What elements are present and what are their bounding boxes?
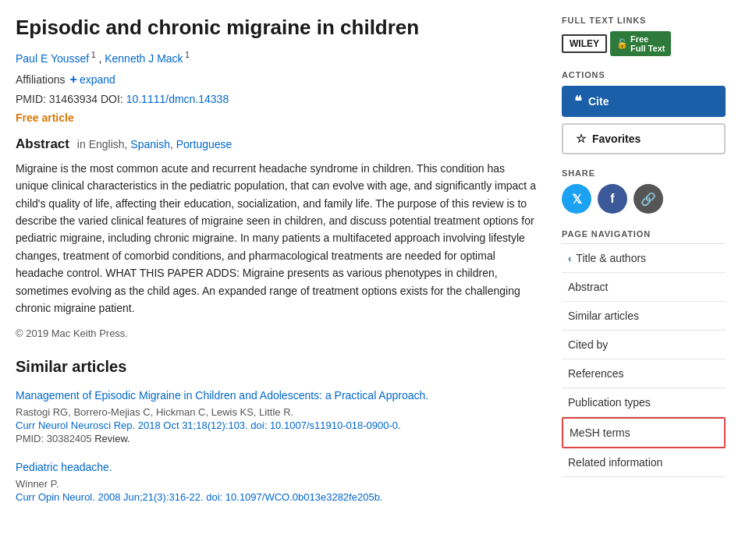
nav-related-information-label: Related information [568, 456, 662, 469]
nav-mesh-terms[interactable]: MeSH terms [562, 417, 726, 448]
favorites-button[interactable]: ☆ Favorites [562, 123, 726, 154]
main-content: Episodic and chronic migraine in childre… [16, 16, 562, 519]
similar-article-2-journal: Curr Opin Neurol. 2008 Jun;21(3):316-22.… [16, 491, 538, 503]
expand-label: expand [80, 73, 115, 86]
abstract-header: Abstract in English, Spanish, Portuguese [16, 136, 538, 152]
nav-similar-articles[interactable]: Similar articles [562, 302, 726, 331]
similar-article-1-authors: Rastogi RG, Borrero-Mejias C, Hickman C,… [16, 406, 538, 418]
nav-publication-types[interactable]: Publication types [562, 388, 726, 417]
abstract-section: Abstract in English, Spanish, Portuguese… [16, 136, 538, 340]
actions-section: ACTIONS ❝ Cite ☆ Favorites [562, 70, 726, 154]
twitter-icon: 𝕏 [572, 192, 582, 207]
nav-cited-by-label: Cited by [568, 338, 608, 351]
share-buttons: 𝕏 f 🔗 [562, 184, 726, 214]
nav-arrow-icon: ‹ [568, 253, 571, 264]
full-text-badges: WILEY 🔓 FreeFull Text [562, 31, 726, 56]
nav-title-authors[interactable]: ‹ Title & authors [562, 244, 726, 273]
affiliations-label: Affiliations [16, 73, 66, 86]
quote-icon: ❝ [574, 93, 582, 110]
star-icon: ☆ [576, 132, 586, 146]
page-nav-label: PAGE NAVIGATION [562, 229, 726, 239]
share-section: SHARE 𝕏 f 🔗 [562, 168, 726, 214]
sidebar: FULL TEXT LINKS WILEY 🔓 FreeFull Text AC… [562, 16, 726, 519]
lang-spanish-link[interactable]: Spanish [130, 138, 170, 150]
pmid-value: 31463934 [49, 93, 98, 105]
nav-publication-types-label: Publication types [568, 396, 651, 409]
authors-line: Paul E Youssef 1 , Kenneth J Mack 1 [16, 51, 538, 65]
similar-articles-heading: Similar articles [16, 358, 538, 376]
nav-references[interactable]: References [562, 359, 726, 388]
nav-similar-articles-label: Similar articles [568, 310, 639, 322]
nav-cited-by[interactable]: Cited by [562, 331, 726, 359]
favorites-label: Favorites [592, 133, 641, 145]
actions-label: ACTIONS [562, 70, 726, 80]
similar-article-1-journal: Curr Neurol Neurosci Rep. 2018 Oct 31;18… [16, 419, 538, 431]
similar-article-2-title[interactable]: Pediatric headache. [16, 461, 112, 473]
list-item: Pediatric headache. Winner P. Curr Opin … [16, 460, 538, 503]
similar-article-1-pmid: PMID: 30382405 Review. [16, 433, 538, 444]
nav-mesh-terms-label: MeSH terms [570, 427, 630, 439]
review-badge: Review. [94, 433, 130, 444]
share-label: SHARE [562, 168, 726, 178]
article-title: Episodic and chronic migraine in childre… [16, 16, 538, 40]
free-full-text-label: FreeFull Text [630, 34, 665, 53]
twitter-share-button[interactable]: 𝕏 [562, 184, 591, 214]
abstract-heading: Abstract [16, 136, 69, 151]
author-1-link[interactable]: Paul E Youssef [16, 52, 89, 65]
wiley-button[interactable]: WILEY [562, 34, 607, 53]
unlock-icon: 🔓 [616, 38, 628, 49]
full-text-links-label: FULL TEXT LINKS [562, 16, 726, 25]
facebook-share-button[interactable]: f [598, 184, 627, 214]
facebook-icon: f [610, 192, 614, 206]
doi-label: DOI: [101, 93, 123, 105]
pmid-doi-row: PMID: 31463934 DOI: 10.1111/dmcn.14338 [16, 93, 538, 105]
page-nav-section: PAGE NAVIGATION ‹ Title & authors Abstra… [562, 229, 726, 477]
free-article-badge: Free article [16, 111, 538, 124]
author-2-link[interactable]: Kenneth J Mack [105, 52, 183, 65]
plus-icon: + [70, 73, 77, 87]
copy-link-button[interactable]: 🔗 [634, 184, 663, 214]
cite-label: Cite [588, 95, 609, 108]
abstract-lang-links: in English, Spanish, Portuguese [77, 138, 232, 150]
author-2-sup: 1 [183, 51, 190, 59]
similar-article-1-title[interactable]: Management of Episodic Migraine in Child… [16, 389, 428, 402]
free-full-text-button[interactable]: 🔓 FreeFull Text [610, 31, 671, 56]
abstract-text: Migraine is the most common acute and re… [16, 160, 538, 317]
list-item: Management of Episodic Migraine in Child… [16, 388, 538, 444]
cite-button[interactable]: ❝ Cite [562, 86, 726, 117]
similar-articles-section: Similar articles Management of Episodic … [16, 358, 538, 502]
affiliations-row: Affiliations + expand [16, 73, 538, 87]
nav-title-authors-label: Title & authors [576, 252, 646, 264]
affiliations-expand-link[interactable]: + expand [70, 73, 115, 87]
similar-article-2-authors: Winner P. [16, 478, 538, 490]
link-icon: 🔗 [641, 192, 656, 207]
doi-link[interactable]: 10.1111/dmcn.14338 [126, 93, 229, 105]
lang-portuguese-link[interactable]: Portuguese [176, 138, 232, 150]
pmid-label: PMID: [16, 93, 46, 105]
author-1-sup: 1 [89, 51, 95, 59]
nav-abstract[interactable]: Abstract [562, 273, 726, 302]
nav-references-label: References [568, 367, 624, 380]
copyright-text: © 2019 Mac Keith Press. [16, 327, 538, 339]
nav-abstract-label: Abstract [568, 281, 608, 293]
nav-related-information[interactable]: Related information [562, 448, 726, 477]
full-text-links-section: FULL TEXT LINKS WILEY 🔓 FreeFull Text [562, 16, 726, 56]
